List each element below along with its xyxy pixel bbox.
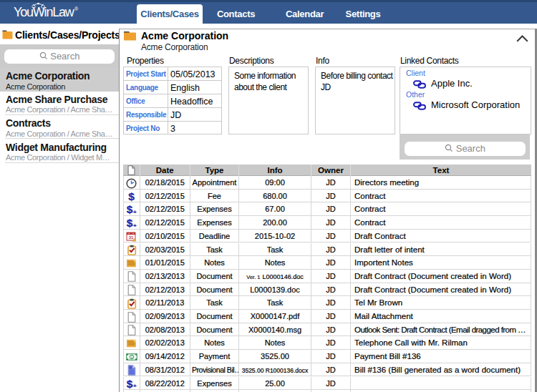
svg-text:31: 31 <box>129 235 134 240</box>
svg-text:1: 1 <box>130 355 132 359</box>
